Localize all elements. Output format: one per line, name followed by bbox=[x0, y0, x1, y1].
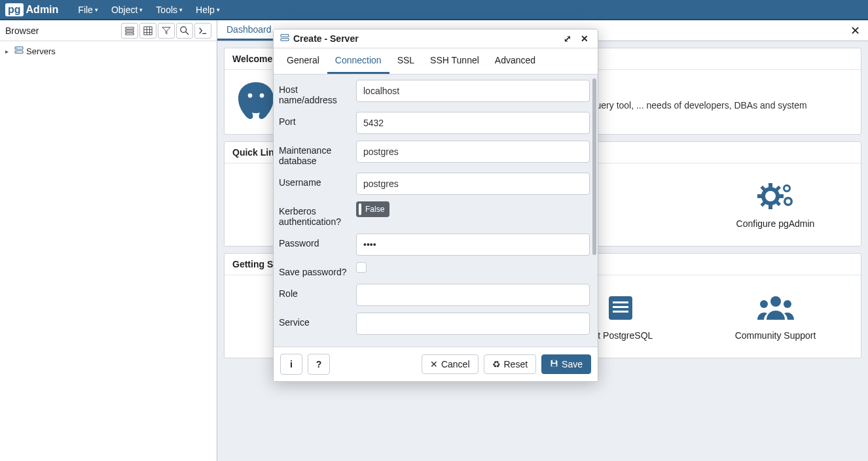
browser-header: Browser bbox=[0, 20, 217, 41]
reset-button[interactable]: ♻Reset bbox=[484, 354, 537, 374]
port-label: Port bbox=[279, 112, 351, 127]
tool-psql-icon[interactable] bbox=[194, 23, 211, 39]
tab-advanced[interactable]: Advanced bbox=[487, 48, 543, 74]
tree-caret-icon: ▸ bbox=[5, 48, 12, 55]
browser-tree: ▸ Servers bbox=[0, 41, 217, 61]
people-icon bbox=[756, 292, 795, 324]
tool-properties-icon[interactable] bbox=[121, 23, 138, 39]
port-input[interactable] bbox=[356, 112, 590, 134]
password-input[interactable] bbox=[356, 233, 590, 256]
maximize-icon[interactable]: ⤢ bbox=[561, 33, 574, 44]
info-button[interactable]: i bbox=[280, 354, 302, 375]
dialog-tabs: General Connection SSL SSH Tunnel Advanc… bbox=[274, 48, 598, 75]
tool-search-icon[interactable] bbox=[176, 23, 193, 39]
svg-rect-17 bbox=[769, 183, 772, 188]
svg-rect-18 bbox=[769, 204, 772, 209]
dialog-body: Host name/address Port Maintenance datab… bbox=[274, 75, 598, 347]
reset-icon: ♻ bbox=[492, 359, 501, 369]
svg-rect-31 bbox=[613, 306, 628, 308]
service-label: Service bbox=[279, 313, 351, 328]
tab-connection[interactable]: Connection bbox=[327, 48, 389, 74]
cancel-button[interactable]: ✕Cancel bbox=[422, 354, 479, 374]
svg-rect-11 bbox=[15, 47, 23, 49]
server-icon bbox=[280, 33, 289, 44]
host-input[interactable] bbox=[356, 80, 590, 102]
kerberos-toggle[interactable]: False bbox=[356, 201, 389, 217]
close-icon[interactable]: ✕ bbox=[578, 33, 591, 44]
svg-point-34 bbox=[760, 300, 768, 308]
gears-icon bbox=[756, 180, 795, 212]
dialog-title: Create - Server bbox=[293, 33, 359, 44]
book-icon bbox=[605, 292, 636, 324]
svg-rect-36 bbox=[281, 35, 289, 37]
svg-rect-3 bbox=[144, 26, 152, 34]
tool-table-icon[interactable] bbox=[139, 23, 156, 39]
save-icon bbox=[550, 359, 558, 369]
svg-point-13 bbox=[16, 48, 17, 48]
quick-link-configure-label: Configure pgAdmin bbox=[736, 218, 815, 229]
svg-rect-20 bbox=[778, 194, 784, 198]
save-button[interactable]: Save bbox=[541, 354, 591, 374]
maintdb-input[interactable] bbox=[356, 141, 590, 163]
chevron-down-icon: ▾ bbox=[139, 7, 143, 13]
tab-dashboard[interactable]: Dashboard bbox=[217, 20, 281, 41]
maintdb-label: Maintenance database bbox=[279, 141, 351, 166]
chevron-down-icon: ▾ bbox=[95, 7, 98, 13]
tree-servers-label: Servers bbox=[26, 46, 56, 56]
svg-rect-1 bbox=[126, 30, 134, 32]
browser-panel: Browser ▸ Servers bbox=[0, 20, 217, 461]
help-button[interactable]: ? bbox=[308, 354, 330, 375]
username-input[interactable] bbox=[356, 173, 590, 195]
servers-icon bbox=[14, 46, 24, 56]
savepass-checkbox[interactable] bbox=[356, 262, 367, 273]
svg-rect-38 bbox=[552, 360, 556, 363]
kerberos-label: Kerberos authentication? bbox=[279, 201, 351, 227]
svg-line-9 bbox=[186, 31, 189, 34]
toggle-knob bbox=[359, 203, 361, 215]
menu-help[interactable]: Help▾ bbox=[189, 5, 226, 15]
svg-point-26 bbox=[785, 186, 789, 190]
service-input[interactable] bbox=[356, 313, 590, 335]
tab-ssh-tunnel[interactable]: SSH Tunnel bbox=[422, 48, 487, 74]
tab-ssl[interactable]: SSL bbox=[389, 48, 422, 74]
svg-rect-39 bbox=[552, 364, 556, 366]
chevron-down-icon: ▾ bbox=[217, 7, 220, 13]
chevron-down-icon: ▾ bbox=[179, 7, 183, 13]
tab-close-icon[interactable]: ✕ bbox=[842, 20, 868, 41]
svg-point-16 bbox=[260, 94, 264, 98]
svg-rect-30 bbox=[613, 301, 628, 303]
role-label: Role bbox=[279, 284, 351, 299]
svg-point-33 bbox=[770, 296, 781, 307]
dialog-titlebar[interactable]: Create - Server ⤢ ✕ bbox=[274, 29, 598, 48]
host-label: Host name/address bbox=[279, 80, 351, 105]
svg-rect-12 bbox=[15, 51, 23, 53]
svg-point-14 bbox=[16, 52, 17, 52]
tool-filter-icon[interactable] bbox=[158, 23, 175, 39]
svg-rect-2 bbox=[126, 33, 134, 35]
svg-point-8 bbox=[181, 26, 187, 32]
role-input[interactable] bbox=[356, 284, 590, 306]
username-label: Username bbox=[279, 173, 351, 188]
menu-tools[interactable]: Tools▾ bbox=[149, 5, 189, 15]
quick-link-configure[interactable]: Configure pgAdmin bbox=[698, 171, 853, 238]
menu-object[interactable]: Object▾ bbox=[105, 5, 149, 15]
logo-pg: pg bbox=[8, 4, 21, 16]
top-menu-bar: pg Admin File▾ Object▾ Tools▾ Help▾ bbox=[0, 0, 868, 20]
browser-toolbar bbox=[121, 23, 211, 39]
svg-point-28 bbox=[786, 199, 790, 204]
svg-point-35 bbox=[784, 300, 791, 308]
svg-point-15 bbox=[248, 94, 253, 98]
link-community[interactable]: Community Support bbox=[698, 283, 853, 350]
svg-rect-19 bbox=[757, 194, 763, 198]
menu-file[interactable]: File▾ bbox=[71, 5, 105, 15]
svg-rect-37 bbox=[281, 39, 289, 41]
tab-general[interactable]: General bbox=[279, 48, 327, 74]
create-server-dialog: Create - Server ⤢ ✕ General Connection S… bbox=[273, 29, 598, 382]
svg-rect-0 bbox=[126, 27, 134, 29]
browser-title: Browser bbox=[5, 26, 39, 36]
dialog-footer: i ? ✕Cancel ♻Reset Save bbox=[274, 347, 598, 381]
tree-servers-group[interactable]: ▸ Servers bbox=[5, 45, 211, 58]
logo-admin: Admin bbox=[26, 4, 59, 16]
password-label: Password bbox=[279, 233, 351, 248]
logo-box: pg bbox=[5, 3, 24, 16]
